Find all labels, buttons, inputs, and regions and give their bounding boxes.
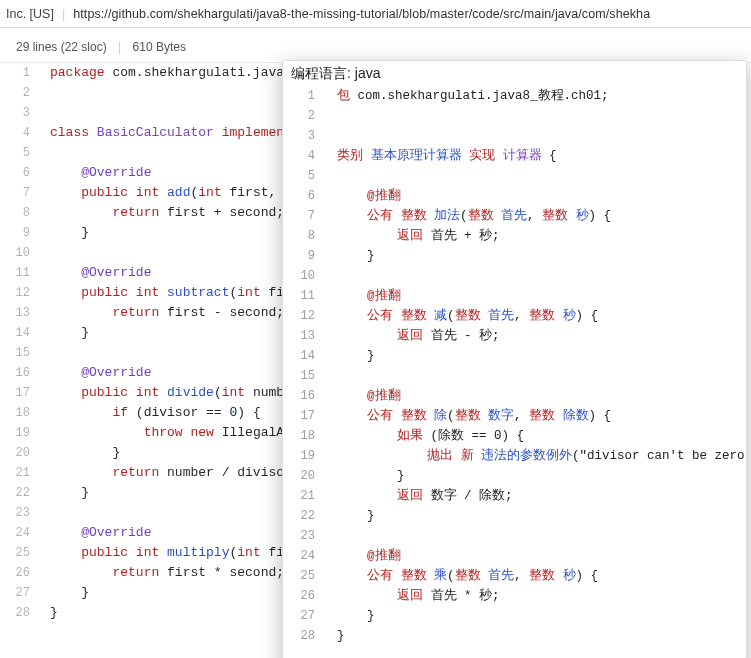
line-number[interactable]: 5 [283, 166, 327, 186]
code-line: 24 @推翻 [283, 546, 747, 566]
code-content[interactable]: 如果 (除数 == 0) { [327, 426, 747, 446]
code-line: 10 [283, 266, 747, 286]
file-meta-sep: | [118, 40, 121, 54]
line-number[interactable]: 10 [0, 243, 40, 263]
line-number[interactable]: 20 [0, 443, 40, 463]
code-content[interactable]: 公有 整数 乘(整数 首先, 整数 秒) { [327, 566, 747, 586]
code-line: 27 } [283, 606, 747, 626]
line-number[interactable]: 2 [283, 106, 327, 126]
line-number[interactable]: 7 [0, 183, 40, 203]
code-content[interactable] [327, 266, 747, 286]
code-content[interactable]: 抛出 新 违法的参数例外("divisor can't be zero."); [327, 446, 747, 466]
line-number[interactable]: 19 [283, 446, 327, 466]
line-number[interactable]: 11 [0, 263, 40, 283]
code-content[interactable]: } [327, 246, 747, 266]
line-number[interactable]: 5 [0, 143, 40, 163]
line-number[interactable]: 11 [283, 286, 327, 306]
line-number[interactable]: 12 [283, 306, 327, 326]
line-number[interactable]: 28 [283, 626, 327, 646]
line-number[interactable]: 12 [0, 283, 40, 303]
line-number[interactable]: 8 [0, 203, 40, 223]
line-number[interactable]: 23 [283, 526, 327, 546]
line-number[interactable]: 1 [0, 63, 40, 84]
code-content[interactable] [327, 166, 747, 186]
line-number[interactable]: 16 [0, 363, 40, 383]
code-content[interactable] [327, 126, 747, 146]
line-number[interactable]: 25 [283, 566, 327, 586]
line-number[interactable]: 13 [0, 303, 40, 323]
code-line: 26 返回 首先 * 秒; [283, 586, 747, 606]
line-number[interactable]: 21 [0, 463, 40, 483]
address-url[interactable]: https://github.com/shekhargulati/java8-t… [73, 7, 650, 21]
code-content[interactable]: 公有 整数 减(整数 首先, 整数 秒) { [327, 306, 747, 326]
line-number[interactable]: 1 [283, 86, 327, 106]
line-number[interactable]: 21 [283, 486, 327, 506]
line-number[interactable]: 24 [283, 546, 327, 566]
line-number[interactable]: 2 [0, 83, 40, 103]
line-number[interactable]: 6 [283, 186, 327, 206]
line-number[interactable]: 3 [0, 103, 40, 123]
code-content[interactable]: 返回 首先 - 秒; [327, 326, 747, 346]
line-number[interactable]: 25 [0, 543, 40, 563]
line-number[interactable]: 23 [0, 503, 40, 523]
code-content[interactable]: } [327, 346, 747, 366]
code-content[interactable] [327, 526, 747, 546]
line-number[interactable]: 9 [0, 223, 40, 243]
line-number[interactable]: 18 [0, 403, 40, 423]
code-line: 22 } [283, 506, 747, 526]
line-number[interactable]: 18 [283, 426, 327, 446]
line-number[interactable]: 9 [283, 246, 327, 266]
line-number[interactable]: 14 [283, 346, 327, 366]
line-number[interactable]: 19 [0, 423, 40, 443]
line-number[interactable]: 26 [283, 586, 327, 606]
code-line: 9 } [283, 246, 747, 266]
code-content[interactable]: 返回 首先 * 秒; [327, 586, 747, 606]
line-number[interactable]: 22 [0, 483, 40, 503]
line-number[interactable]: 10 [283, 266, 327, 286]
code-line: 6 @推翻 [283, 186, 747, 206]
line-number[interactable]: 15 [0, 343, 40, 363]
code-content[interactable]: 返回 首先 + 秒; [327, 226, 747, 246]
code-content[interactable] [327, 366, 747, 386]
code-line: 15 [283, 366, 747, 386]
code-line: 20 } [283, 466, 747, 486]
code-content[interactable]: 公有 整数 除(整数 数字, 整数 除数) { [327, 406, 747, 426]
line-number[interactable]: 17 [0, 383, 40, 403]
line-number[interactable]: 16 [283, 386, 327, 406]
line-number[interactable]: 22 [283, 506, 327, 526]
code-content[interactable]: } [327, 506, 747, 526]
code-content[interactable]: } [327, 606, 747, 626]
code-content[interactable]: } [327, 626, 747, 646]
translation-popup[interactable]: 编程语言: java 1包 com.shekhargulati.java8_教程… [282, 60, 747, 658]
line-number[interactable]: 24 [0, 523, 40, 543]
code-content[interactable]: @推翻 [327, 546, 747, 566]
line-number[interactable]: 4 [0, 123, 40, 143]
line-number[interactable]: 20 [283, 466, 327, 486]
code-content[interactable]: 类别 基本原理计算器 实现 计算器 { [327, 146, 747, 166]
code-content[interactable]: 包 com.shekhargulati.java8_教程.ch01; [327, 86, 747, 106]
file-meta: 29 lines (22 sloc) | 610 Bytes [0, 28, 751, 56]
line-number[interactable]: 28 [0, 603, 40, 623]
line-number[interactable]: 17 [283, 406, 327, 426]
line-number[interactable]: 6 [0, 163, 40, 183]
line-number[interactable]: 15 [283, 366, 327, 386]
line-number[interactable]: 4 [283, 146, 327, 166]
code-content[interactable]: 公有 整数 加法(整数 首先, 整数 秒) { [327, 206, 747, 226]
code-line: 4类别 基本原理计算器 实现 计算器 { [283, 146, 747, 166]
code-line: 7 公有 整数 加法(整数 首先, 整数 秒) { [283, 206, 747, 226]
code-content[interactable] [327, 106, 747, 126]
line-number[interactable]: 14 [0, 323, 40, 343]
code-content[interactable]: @推翻 [327, 186, 747, 206]
code-content[interactable]: } [327, 466, 747, 486]
code-content[interactable]: @推翻 [327, 386, 747, 406]
line-number[interactable]: 8 [283, 226, 327, 246]
line-number[interactable]: 7 [283, 206, 327, 226]
code-content[interactable]: @推翻 [327, 286, 747, 306]
line-number[interactable]: 27 [0, 583, 40, 603]
line-number[interactable]: 3 [283, 126, 327, 146]
line-number[interactable]: 26 [0, 563, 40, 583]
address-bar: Inc. [US] | https://github.com/shekhargu… [0, 0, 751, 28]
line-number[interactable]: 13 [283, 326, 327, 346]
code-content[interactable]: 返回 数字 / 除数; [327, 486, 747, 506]
line-number[interactable]: 27 [283, 606, 327, 626]
